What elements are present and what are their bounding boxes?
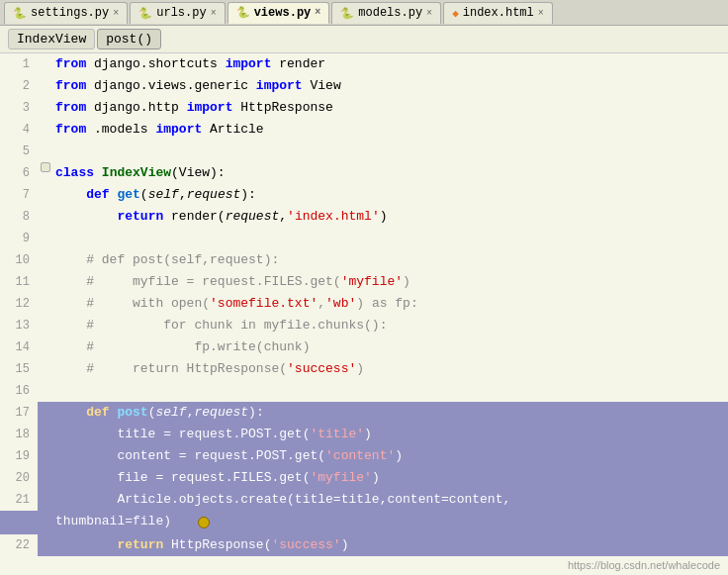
py-icon-4: 🐍 — [340, 7, 354, 20]
tab-settings-label: settings.py — [31, 6, 109, 20]
code-line-11: 11 # myfile = request.FILES.get('myfile'… — [0, 271, 728, 293]
code-line-1: 1 from django.shortcuts import render — [0, 53, 728, 75]
tab-models-close[interactable]: × — [426, 8, 432, 19]
code-line-22: 22 return HttpResponse('success') — [0, 534, 728, 556]
py-icon-2: 🐍 — [138, 7, 152, 20]
tab-bar: 🐍 settings.py × 🐍 urls.py × 🐍 views.py ×… — [0, 0, 728, 26]
code-line-21: 21 Article.objects.create(title=title,co… — [0, 489, 728, 511]
code-line-21-cont: 21 thumbnail=file) — [0, 511, 728, 534]
code-line-15: 15 # return HttpResponse('success') — [0, 358, 728, 380]
tab-index-close[interactable]: × — [538, 8, 544, 19]
code-line-3: 3 from django.http import HttpResponse — [0, 97, 728, 119]
tab-index[interactable]: ◆ index.html × — [443, 2, 553, 24]
tab-index-label: index.html — [463, 6, 534, 20]
code-line-17: 17 def post(self,request): — [0, 402, 728, 424]
code-line-18: 18 title = request.POST.get('title') — [0, 424, 728, 445]
tab-models[interactable]: 🐍 models.py × — [331, 2, 441, 24]
cursor-dot — [198, 517, 210, 528]
code-line-8: 8 return render(request,'index.html') — [0, 206, 728, 228]
tab-views-label: views.py — [254, 6, 312, 20]
watermark: https://blog.csdn.net/whalecode — [568, 559, 720, 571]
code-line-7: 7 def get(self,request): — [0, 184, 728, 206]
tab-urls[interactable]: 🐍 urls.py × — [130, 2, 225, 24]
code-line-12: 12 # with open('somefile.txt','wb') as f… — [0, 293, 728, 315]
code-line-13: 13 # for chunk in myfile.chunks(): — [0, 315, 728, 336]
code-line-14: 14 # fp.write(chunk) — [0, 336, 728, 358]
py-icon-3: 🐍 — [236, 6, 250, 19]
tab-views-close[interactable]: × — [315, 7, 320, 18]
py-icon: 🐍 — [13, 7, 27, 20]
tab-urls-label: urls.py — [156, 6, 206, 20]
code-line-4: 4 from .models import Article — [0, 119, 728, 141]
code-line-2: 2 from django.views.generic import View — [0, 75, 728, 97]
code-line-16: 16 — [0, 380, 728, 402]
code-line-19: 19 content = request.POST.get('content') — [0, 445, 728, 467]
code-line-5: 5 — [0, 141, 728, 162]
code-line-10: 10 # def post(self,request): — [0, 249, 728, 271]
code-line-9: 9 — [0, 228, 728, 249]
tab-settings-close[interactable]: × — [113, 8, 119, 19]
code-area: 1 from django.shortcuts import render 2 … — [0, 53, 728, 575]
html-icon: ◆ — [452, 7, 459, 20]
breadcrumb-bar: IndexView post() — [0, 26, 728, 53]
breadcrumb-post[interactable]: post() — [97, 29, 161, 49]
tab-views[interactable]: 🐍 views.py × — [228, 2, 330, 24]
tab-settings[interactable]: 🐍 settings.py × — [4, 2, 128, 24]
tab-urls-close[interactable]: × — [211, 8, 217, 19]
breadcrumb-indexview[interactable]: IndexView — [8, 29, 95, 49]
tab-models-label: models.py — [358, 6, 422, 20]
code-line-6: 6 class IndexView(View): — [0, 162, 728, 184]
code-line-20: 20 file = request.FILES.get('myfile') — [0, 467, 728, 489]
